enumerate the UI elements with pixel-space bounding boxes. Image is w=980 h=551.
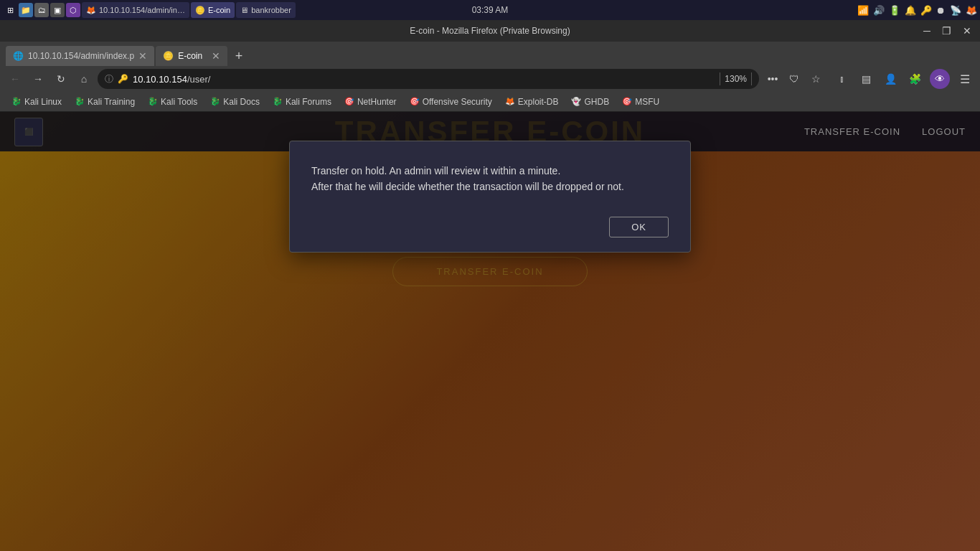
offensive-security-icon: 🎯 (410, 97, 420, 106)
key-icon: 🔑 (920, 5, 932, 16)
firefox-icon: 🦊 (86, 6, 96, 15)
firefox-taskbar-item[interactable]: 🦊 10.10.10.154/admin/index.p (82, 2, 189, 18)
firefox-systray: 🦊 (966, 5, 977, 16)
account-button[interactable]: 👤 (881, 70, 900, 88)
bookmark-msfu-label: MSFU (635, 97, 659, 107)
bankrobber-taskbar-item[interactable]: 🖥 bankrobber (236, 2, 296, 18)
tab2-title: E-coin (178, 51, 207, 61)
tab1-close-button[interactable]: ✕ (138, 50, 147, 62)
taskbar-clock: 03:39 AM (472, 5, 509, 15)
modal-overlay: Transfer on hold. An admin will review i… (0, 112, 980, 551)
kali-training-icon: 🐉 (75, 97, 85, 106)
modal-footer: OK (311, 217, 669, 237)
bankrobber-label: bankrobber (251, 6, 291, 14)
bookmark-kali-linux-label: Kali Linux (24, 97, 62, 107)
tab2-favicon: 🪙 (163, 51, 174, 61)
tab-admin[interactable]: 🌐 10.10.10.154/admin/index.p ✕ (6, 46, 154, 66)
bookmark-kali-training[interactable]: 🐉 Kali Training (69, 94, 141, 110)
private-browsing-icon: 👁 (930, 69, 950, 89)
start-icon[interactable]: ⊞ (3, 3, 17, 17)
ecoin-tab-label: E-coin (208, 6, 230, 14)
tab1-title: 10.10.10.154/admin/index.p (28, 51, 134, 61)
kali-linux-icon: 🐉 (11, 97, 22, 106)
kali-docs-icon: 🐉 (210, 97, 220, 106)
os-taskbar: ⊞ 📁 🗂 ▣ ⬡ 🦊 10.10.10.154/admin/index.p 🪙… (0, 0, 980, 20)
bookmark-nethunter-label: NetHunter (357, 97, 397, 107)
bookmark-offensive-security[interactable]: 🎯 Offensive Security (404, 94, 498, 110)
bookmark-kali-tools-label: Kali Tools (161, 97, 197, 107)
bookmark-exploit-db-label: Exploit-DB (518, 97, 559, 107)
bookmark-ghdb[interactable]: 👻 GHDB (565, 94, 615, 110)
url-input[interactable]: ⓘ 🔑 10.10.10.154/user/ 130% (98, 69, 759, 89)
modal-line1: Transfer on hold. An admin will review i… (311, 165, 560, 176)
home-button[interactable]: ⌂ (75, 70, 93, 88)
zoom-level: 130% (720, 72, 752, 85)
close-button[interactable]: ✕ (960, 24, 974, 38)
bookmark-star-button[interactable]: ☆ (806, 70, 825, 88)
modal-line2: After that he will decide whether the tr… (311, 181, 624, 192)
url-actions: ••• 🛡 ☆ (763, 70, 825, 88)
purple-icon[interactable]: ⬡ (66, 3, 80, 17)
new-tab-button[interactable]: + (229, 46, 249, 66)
url-path: /user/ (187, 74, 211, 85)
tabs-bar: 🌐 10.10.10.154/admin/index.p ✕ 🪙 E-coin … (0, 42, 980, 66)
forward-button[interactable]: → (29, 70, 47, 88)
reader-view-button[interactable]: ▤ (857, 70, 875, 88)
more-button[interactable]: ••• (763, 70, 782, 88)
tab2-close-button[interactable]: ✕ (212, 50, 220, 62)
exploit-db-icon: 🦊 (505, 97, 515, 106)
record-icon: ⏺ (936, 5, 946, 16)
bookmark-kali-forums[interactable]: 🐉 Kali Forums (267, 94, 337, 110)
terminal-icon: 🖥 (240, 6, 248, 14)
msfu-icon: 🎯 (622, 97, 632, 106)
modal-dialog: Transfer on hold. An admin will review i… (289, 141, 691, 253)
minimize-button[interactable]: ─ (920, 24, 933, 38)
back-button[interactable]: ← (6, 70, 24, 88)
url-host: 10.10.10.154 (133, 74, 187, 85)
kali-forums-icon: 🐉 (273, 97, 283, 106)
extensions-button[interactable]: 🧩 (905, 70, 924, 88)
tab1-favicon: 🌐 (13, 51, 24, 61)
browser-title-text: E-coin - Mozilla Firefox (Private Browsi… (410, 26, 570, 36)
sound-icon: 🔊 (873, 5, 885, 16)
bookmark-nethunter[interactable]: 🎯 NetHunter (339, 94, 402, 110)
menu-button[interactable]: ☰ (956, 70, 974, 88)
ecoin-taskbar-item[interactable]: 🪙 E-coin (191, 2, 235, 18)
radio-icon: 📡 (950, 5, 961, 16)
container-icon[interactable]: 🛡 (785, 70, 804, 88)
network-icon: 📶 (857, 5, 869, 16)
restore-button[interactable]: ❐ (939, 24, 954, 38)
bookmark-msfu[interactable]: 🎯 MSFU (616, 94, 665, 110)
url-bar: ← → ↻ ⌂ ⓘ 🔑 10.10.10.154/user/ 130% ••• … (0, 66, 980, 92)
files-icon[interactable]: 📁 (19, 3, 33, 17)
bookmark-kali-linux[interactable]: 🐉 Kali Linux (6, 94, 67, 110)
bookmark-exploit-db[interactable]: 🦊 Exploit-DB (499, 94, 565, 110)
folder-icon[interactable]: 🗂 (34, 3, 49, 17)
tab-ecoin[interactable]: 🪙 E-coin ✕ (156, 46, 227, 66)
ghdb-icon: 👻 (571, 97, 581, 106)
taskbar-right-area: 📶 🔊 🔋 🔔 🔑 ⏺ 📡 🦊 (857, 5, 977, 16)
reload-button[interactable]: ↻ (52, 70, 70, 88)
battery-icon: 🔋 (889, 5, 900, 16)
modal-ok-button[interactable]: OK (609, 217, 669, 237)
window-controls: ─ ❐ ✕ (920, 24, 974, 38)
kali-tools-icon: 🐉 (148, 97, 158, 106)
page-content: ⬛ Transfer E-coin TRANSFER E-COIN LOGOUT… (0, 112, 980, 551)
bookmarks-bar: 🐉 Kali Linux 🐉 Kali Training 🐉 Kali Tool… (0, 92, 980, 112)
bookmark-ghdb-label: GHDB (584, 97, 609, 107)
browser-title-bar: E-coin - Mozilla Firefox (Private Browsi… (0, 20, 980, 42)
bookmark-offensive-security-label: Offensive Security (423, 97, 492, 107)
window-icon[interactable]: ▣ (50, 3, 65, 17)
modal-message: Transfer on hold. An admin will review i… (311, 163, 669, 195)
bookmark-kali-training-label: Kali Training (88, 97, 135, 107)
bookmark-kali-docs-label: Kali Docs (223, 97, 260, 107)
notification-icon: 🔔 (905, 5, 916, 16)
ecoin-favicon: 🪙 (195, 6, 205, 15)
nethunter-icon: 🎯 (344, 97, 354, 106)
bookmark-kali-forums-label: Kali Forums (286, 97, 331, 107)
bookmark-kali-docs[interactable]: 🐉 Kali Docs (204, 94, 265, 110)
bookmark-kali-tools[interactable]: 🐉 Kali Tools (142, 94, 203, 110)
firefox-tab1-label: 10.10.10.154/admin/index.p (99, 6, 185, 14)
synced-tabs-button[interactable]: ⫾ (832, 70, 851, 88)
secure-icon: ⓘ (105, 73, 113, 85)
